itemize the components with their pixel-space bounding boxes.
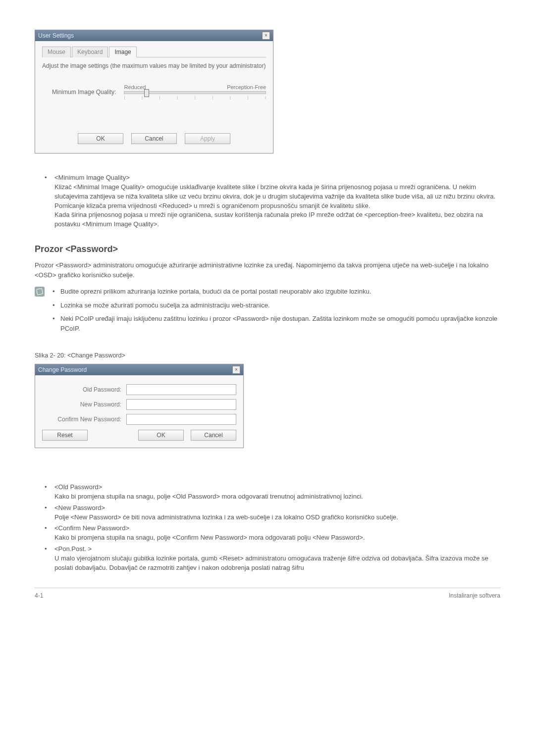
old-password-input[interactable] bbox=[126, 384, 236, 395]
tab-image[interactable]: Image bbox=[109, 47, 136, 57]
confirm-new-password-input[interactable] bbox=[126, 414, 236, 425]
field-def: Polje <New Password> će biti nova admini… bbox=[54, 513, 500, 522]
footer-separator bbox=[35, 588, 500, 588]
slider-handle[interactable] bbox=[144, 89, 149, 97]
old-password-label: Old Password: bbox=[42, 386, 126, 393]
miq-description-list: <Minimum Image Quality> Klizač <Minimal … bbox=[35, 173, 500, 229]
slider-track[interactable] bbox=[124, 91, 266, 94]
tab-keyboard[interactable]: Keyboard bbox=[72, 47, 108, 57]
miq-p1: Klizač <Minimal Image Quality> omogućuje… bbox=[54, 183, 500, 202]
note-icon bbox=[35, 287, 45, 297]
figure-caption: Slika 2- 20: <Change Password> bbox=[35, 352, 500, 359]
note-item: Neki PCoIP uređaji imaju isključenu zašt… bbox=[50, 314, 500, 333]
dialog-description: Adjust the image settings (the maximum v… bbox=[42, 62, 266, 69]
minimum-image-quality-slider[interactable]: Reduced Perception-Free ||||||||| bbox=[124, 84, 266, 100]
footer-title: Instaliranje softvera bbox=[449, 592, 500, 599]
password-intro: Prozor <Password> administratoru omoguću… bbox=[35, 260, 500, 280]
slider-end-left: Reduced bbox=[124, 84, 146, 90]
ok-button[interactable]: OK bbox=[78, 133, 123, 144]
field-term: <Pon.Post. > bbox=[54, 545, 500, 554]
tabs: Mouse Keyboard Image bbox=[42, 46, 266, 57]
new-password-input[interactable] bbox=[126, 399, 236, 410]
page-footer: 4-1 Instaliranje softvera bbox=[35, 592, 500, 599]
note-item: Budite oprezni prilikom ažuriranja lozin… bbox=[50, 287, 500, 297]
field-def: Kako bi promjena stupila na snagu, polje… bbox=[54, 533, 500, 543]
ok-button[interactable]: OK bbox=[138, 430, 184, 441]
dialog-titlebar: User Settings × bbox=[35, 30, 273, 41]
cancel-button[interactable]: Cancel bbox=[191, 430, 236, 441]
note-list: Budite oprezni prilikom ažuriranja lozin… bbox=[50, 287, 500, 337]
note-item: Lozinka se može ažurirati pomoću sučelja… bbox=[50, 301, 500, 310]
field-term: <Old Password> bbox=[54, 483, 500, 492]
slider-end-right: Perception-Free bbox=[227, 84, 266, 90]
confirm-new-password-label: Confirm New Password: bbox=[42, 416, 126, 423]
field-term: <Confirm New Password> bbox=[54, 524, 500, 533]
dialog-title: Change Password bbox=[38, 366, 87, 373]
cancel-button[interactable]: Cancel bbox=[131, 133, 177, 144]
close-icon[interactable]: × bbox=[232, 366, 240, 374]
miq-p2: Pomicanje klizača prema vrijednosti <Red… bbox=[54, 202, 500, 211]
tab-mouse[interactable]: Mouse bbox=[42, 47, 71, 57]
miq-term: <Minimum Image Quality> bbox=[54, 173, 500, 183]
reset-button[interactable]: Reset bbox=[42, 430, 88, 441]
dialog-title: User Settings bbox=[38, 32, 74, 39]
close-icon[interactable]: × bbox=[262, 32, 270, 40]
field-term: <New Password> bbox=[54, 504, 500, 513]
field-def: U malo vjerojatnom slučaju gubitka lozin… bbox=[54, 554, 500, 573]
change-password-dialog: Change Password × Old Password: New Pass… bbox=[35, 364, 244, 448]
page-number: 4-1 bbox=[35, 592, 43, 599]
dialog-titlebar: Change Password × bbox=[35, 364, 243, 375]
password-fields-list: <Old Password> Kako bi promjena stupila … bbox=[35, 483, 500, 573]
miq-p3: Kada širina prijenosnog pojasa u mreži n… bbox=[54, 210, 500, 229]
user-settings-dialog: User Settings × Mouse Keyboard Image Adj… bbox=[35, 30, 273, 153]
password-heading: Prozor <Password> bbox=[35, 244, 500, 254]
slider-label: Minimum Image Quality: bbox=[52, 89, 116, 96]
field-def: Kako bi promjena stupila na snagu, polje… bbox=[54, 492, 500, 502]
apply-button[interactable]: Apply bbox=[185, 133, 230, 144]
new-password-label: New Password: bbox=[42, 401, 126, 408]
note-block: Budite oprezni prilikom ažuriranja lozin… bbox=[35, 287, 500, 337]
